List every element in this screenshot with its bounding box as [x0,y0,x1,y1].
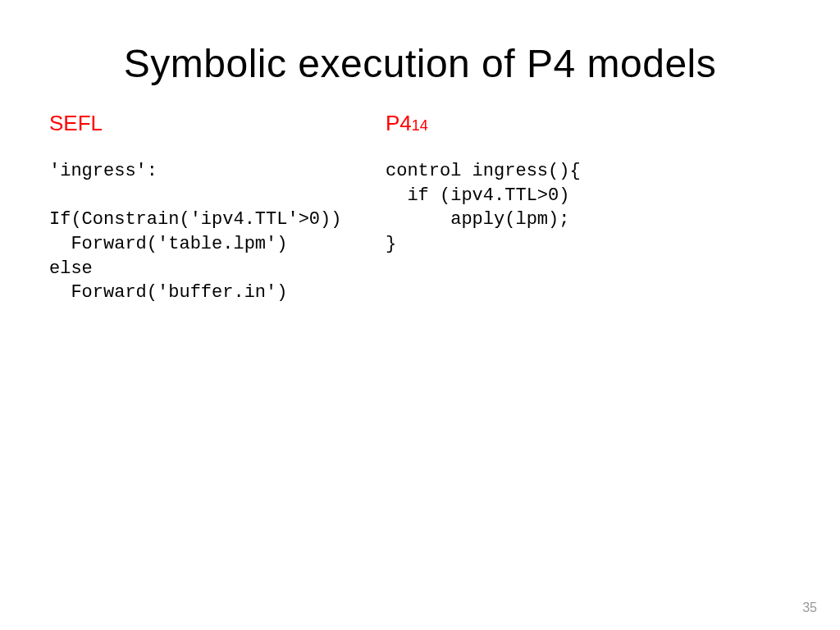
right-column: P414 control ingress(){ if (ipv4.TTL>0) … [386,111,791,305]
slide-title: Symbolic execution of P4 models [49,41,791,86]
page-number: 35 [802,600,817,615]
p4-heading-main: P4 [386,111,412,135]
p4-heading: P414 [386,111,791,136]
sefl-heading: SEFL [49,111,361,136]
sefl-code: 'ingress': If(Constrain('ipv4.TTL'>0)) F… [49,159,361,305]
left-column: SEFL 'ingress': If(Constrain('ipv4.TTL'>… [49,111,361,305]
p4-heading-sub: 14 [412,117,428,134]
slide: Symbolic execution of P4 models SEFL 'in… [0,0,840,630]
columns: SEFL 'ingress': If(Constrain('ipv4.TTL'>… [49,111,791,305]
p4-code: control ingress(){ if (ipv4.TTL>0) apply… [386,159,791,257]
